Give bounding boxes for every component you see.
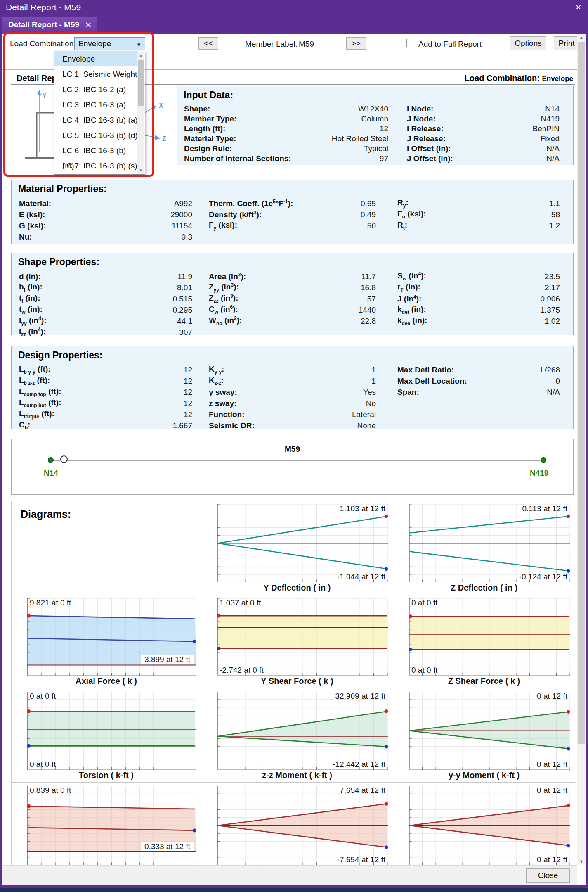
- chart-title: Torsion ( k-ft ): [12, 770, 201, 782]
- property-label: I Offset (in):: [407, 144, 451, 153]
- chart-plot-row4-left: 0.839 at 0 ft0.333 at 12 ft: [27, 786, 196, 865]
- property-row: y sway:Yes: [209, 387, 376, 398]
- input-data-panel: Input Data: Shape:W12X40Member Type:Colu…: [177, 86, 574, 165]
- dropdown-item[interactable]: LC 4: IBC 16-3 (b) (a): [54, 112, 138, 128]
- property-value: 11.9: [177, 272, 192, 281]
- next-member-button[interactable]: >>: [346, 37, 366, 50]
- property-row: I Release:BenPIN: [407, 124, 560, 134]
- property-value: 0.65: [361, 199, 376, 208]
- property-label: bf (in):: [19, 282, 43, 293]
- chart-title: y-y Moment ( k-ft ): [393, 770, 575, 782]
- property-row: Lb z-z (ft):12: [19, 375, 192, 387]
- chart-cell-row4-middle: 7.654 at 12 ft-7.654 at 12 ft: [201, 783, 393, 865]
- property-row: Cw (in6):1440: [209, 304, 376, 316]
- tab-label: Detail Report - M59: [8, 20, 79, 34]
- close-button[interactable]: Close: [526, 868, 570, 883]
- add-to-full-report-label: Add to Full Report: [418, 40, 482, 49]
- print-button[interactable]: Print: [554, 36, 579, 50]
- tab-detail-report[interactable]: Detail Report - M59 ✕: [2, 17, 97, 34]
- property-value: 11.7: [361, 272, 376, 281]
- property-value: 0.906: [540, 294, 560, 304]
- design-col-3: Max Defl Ratio:L/268Max Defl Location:0S…: [397, 364, 560, 431]
- chart-value-label: -7.654 at 12 ft: [337, 855, 385, 864]
- property-value: 1.02: [545, 317, 560, 326]
- chart-value-label: 0 at 12 ft: [537, 760, 567, 769]
- previous-member-button[interactable]: <<: [198, 37, 218, 50]
- dropdown-item[interactable]: LC 6: IBC 16-3 (b) (m): [54, 143, 138, 158]
- property-value: 50: [367, 221, 376, 230]
- property-row: E (ksi):29000: [19, 209, 192, 220]
- property-row: Span:N/A: [397, 387, 560, 398]
- property-value: 1: [371, 377, 376, 386]
- scrollbar-thumb[interactable]: [578, 42, 585, 744]
- property-label: z sway:: [209, 399, 237, 408]
- options-button[interactable]: Options: [510, 36, 546, 50]
- load-combination-dropdown[interactable]: Envelope ▼: [74, 37, 145, 50]
- property-row: bf (in):8.01: [19, 282, 192, 293]
- property-value: 1.375: [540, 306, 560, 315]
- property-label: Fy (ksi):: [209, 221, 237, 231]
- property-label: tw (in):: [19, 305, 43, 315]
- property-row: rT (in):2.17: [397, 282, 560, 293]
- property-row: I Node:N14: [407, 104, 560, 114]
- chart-plot-axial-force: 9.821 at 0 ft3.899 at 12 ft: [27, 598, 196, 676]
- dropdown-item[interactable]: LC 5: IBC 16-3 (b) (d): [54, 128, 138, 143]
- property-row: Lcomp top (ft):12: [19, 387, 192, 398]
- dropdown-scrollbar-thumb[interactable]: [138, 60, 144, 106]
- chart-plot-y-deflection: 1.103 at 12 ft-1.044 at 12 ft: [217, 504, 388, 582]
- property-label: Ky-y:: [209, 365, 224, 375]
- property-label: Number of Internal Sections:: [184, 154, 291, 163]
- property-row: J (in4):0.906: [397, 293, 560, 304]
- chart-cell-yy-moment: 0 at 12 ft0 at 12 fty-y Moment ( k-ft ): [393, 688, 575, 783]
- design-col-2: Ky-y:1Kz-z:1y sway:Yesz sway:NoFunction:…: [209, 364, 376, 431]
- property-row: d (in):11.9: [19, 271, 192, 282]
- design-properties-panel: Design Properties: Lb y-y (ft):12Lb z-z …: [11, 346, 574, 429]
- tab-strip: Detail Report - M59 ✕: [0, 16, 588, 34]
- property-value: L/268: [540, 365, 560, 375]
- dropdown-item[interactable]: LC 7: IBC 16-3 (b) (s): [54, 158, 138, 173]
- input-data-col-2: I Node:N14J Node:N419I Release:BenPINJ R…: [407, 104, 560, 164]
- add-to-full-report-checkbox[interactable]: [406, 39, 415, 47]
- property-row: Kz-z:1: [209, 375, 376, 387]
- window-title: Detail Report - M59: [6, 2, 81, 12]
- chart-value-label: 0.839 at 0 ft: [30, 786, 71, 795]
- property-label: Ry:: [397, 198, 409, 209]
- dropdown-item[interactable]: Envelope: [54, 51, 138, 66]
- chart-value-label: 0.333 at 12 ft: [141, 842, 194, 851]
- chart-value-label: 0 at 0 ft: [30, 692, 56, 701]
- detail-report-window: Detail Report - M59 ✕ Detail Report - M5…: [0, 0, 588, 892]
- property-value: N/A: [546, 144, 560, 153]
- dropdown-item[interactable]: LC 2: IBC 16-2 (a): [54, 82, 138, 97]
- dropdown-scroll-up-icon[interactable]: ▲: [137, 52, 144, 59]
- property-value: 12: [184, 388, 192, 397]
- design-properties-heading: Design Properties:: [18, 350, 573, 361]
- material-col-1: Material:A992E (ksi):29000G (ksi):11154N…: [19, 198, 192, 242]
- x-axis-arrow-icon: [151, 105, 156, 110]
- tab-close-icon[interactable]: ✕: [85, 20, 92, 34]
- property-row: Wno (in2):22.8: [209, 316, 376, 327]
- window-close-icon[interactable]: ✕: [575, 3, 581, 12]
- property-row: Max Defl Ratio:L/268: [397, 364, 560, 375]
- property-label: Nu:: [19, 232, 32, 242]
- property-row: I Offset (in):N/A: [407, 144, 560, 154]
- dropdown-scroll-down-icon[interactable]: ▼: [137, 167, 144, 174]
- property-row: tw (in):0.295: [19, 304, 192, 316]
- property-label: Function:: [209, 410, 245, 419]
- base-line: [25, 157, 54, 159]
- property-value: 12: [184, 377, 192, 386]
- dropdown-scrollbar[interactable]: ▲ ▼: [137, 52, 144, 174]
- property-value: 0.3: [182, 232, 192, 242]
- scroll-up-arrow-icon[interactable]: ▲: [577, 34, 586, 41]
- load-combination-list: EnvelopeLC 1: Seismic WeightLC 2: IBC 16…: [54, 51, 145, 175]
- dropdown-item[interactable]: LC 3: IBC 16-3 (a): [54, 97, 138, 112]
- vertical-scrollbar[interactable]: ▲ ▼: [577, 34, 586, 865]
- scroll-down-arrow-icon[interactable]: ▼: [577, 858, 586, 865]
- property-label: tf (in):: [19, 294, 40, 304]
- chart-value-label: -1.044 at 12 ft: [337, 572, 385, 581]
- property-label: Fu (ksi):: [397, 209, 426, 220]
- chart-value-label: 9.821 at 0 ft: [30, 598, 71, 607]
- chart-title: Z Shear Force ( k ): [393, 676, 575, 688]
- dropdown-item[interactable]: LC 1: Seismic Weight: [54, 66, 138, 82]
- j-node-label: N419: [530, 469, 548, 478]
- property-label: rT (in):: [397, 282, 420, 293]
